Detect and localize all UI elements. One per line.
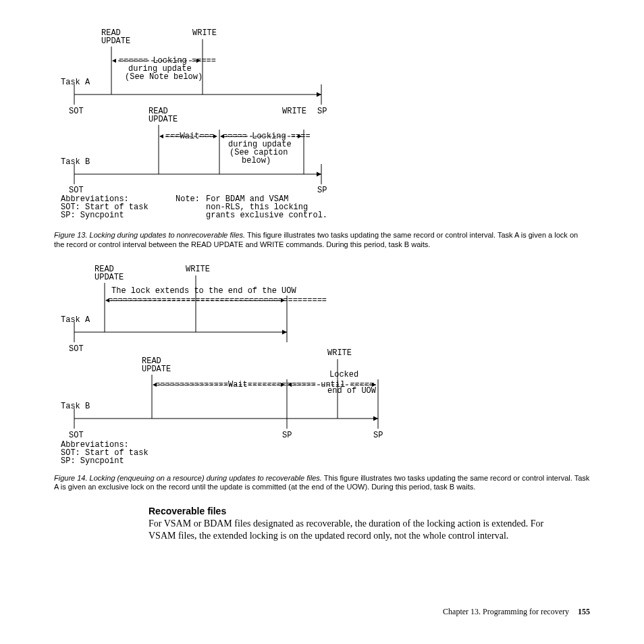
svg-text:=====  until  =====: ===== until ===== bbox=[292, 380, 374, 390]
figure-13-diagram: READ UPDATE WRITE Task A SOT ====== Lock… bbox=[54, 27, 590, 225]
svg-text:WRITE: WRITE bbox=[282, 107, 306, 116]
svg-text:Task B: Task B bbox=[61, 402, 90, 411]
svg-text:SOT: SOT bbox=[69, 186, 84, 195]
page-footer: Chapter 13. Programming for recovery 155 bbox=[443, 607, 590, 617]
svg-text:SP: SP bbox=[373, 431, 383, 440]
svg-text:UPDATE: UPDATE bbox=[101, 36, 130, 46]
svg-text:SP: SP bbox=[282, 431, 292, 440]
footer-chapter: Chapter 13. Programming for recovery bbox=[443, 607, 569, 616]
footer-page-number: 155 bbox=[578, 607, 590, 616]
figure-13-caption: Figure 13. Locking during updates to non… bbox=[54, 231, 590, 250]
svg-text:UPDATE: UPDATE bbox=[95, 273, 124, 282]
svg-text:SOT: SOT bbox=[69, 344, 84, 354]
svg-text:SOT: SOT bbox=[69, 107, 84, 116]
svg-text:Task B: Task B bbox=[61, 157, 90, 167]
section-paragraph: For VSAM or BDAM files designated as rec… bbox=[149, 518, 567, 542]
svg-text:grants exclusive control.: grants exclusive control. bbox=[206, 211, 327, 220]
svg-text:SP:   Syncpoint: SP: Syncpoint bbox=[61, 456, 124, 466]
svg-text:UPDATE: UPDATE bbox=[149, 115, 178, 124]
svg-text:===Wait===: ===Wait=== bbox=[165, 132, 214, 141]
svg-text:UPDATE: UPDATE bbox=[142, 365, 171, 374]
figure-13-label: Figure 13. Locking during updates to non… bbox=[54, 231, 245, 239]
svg-text:==============================: ========================================… bbox=[108, 296, 327, 305]
svg-text:below): below) bbox=[242, 156, 271, 165]
svg-text:Task A: Task A bbox=[61, 315, 90, 325]
figure-14-caption: Figure 14. Locking (enqueuing on a resou… bbox=[54, 474, 590, 493]
svg-text:SP: SP bbox=[317, 107, 327, 116]
svg-text:Locked: Locked bbox=[329, 370, 358, 379]
svg-text:WRITE: WRITE bbox=[192, 28, 217, 38]
svg-text:Task A: Task A bbox=[61, 78, 90, 87]
section-heading: Recoverable files bbox=[149, 506, 590, 516]
svg-text:SP: SP bbox=[317, 186, 327, 195]
svg-text:SP:   Syncpoint: SP: Syncpoint bbox=[61, 211, 124, 220]
svg-text:WRITE: WRITE bbox=[186, 265, 210, 274]
svg-text:(See Note below): (See Note below) bbox=[125, 72, 203, 82]
svg-text:The lock extends to the end of: The lock extends to the end of the UOW bbox=[111, 286, 296, 296]
figure-14-label: Figure 14. Locking (enqueuing on a resou… bbox=[54, 474, 322, 482]
figure-14-diagram: READ UPDATE WRITE The lock extends to th… bbox=[54, 263, 590, 468]
svg-text:WRITE: WRITE bbox=[327, 348, 352, 358]
svg-text:Note:: Note: bbox=[176, 194, 200, 204]
svg-text:SOT: SOT bbox=[69, 431, 84, 440]
